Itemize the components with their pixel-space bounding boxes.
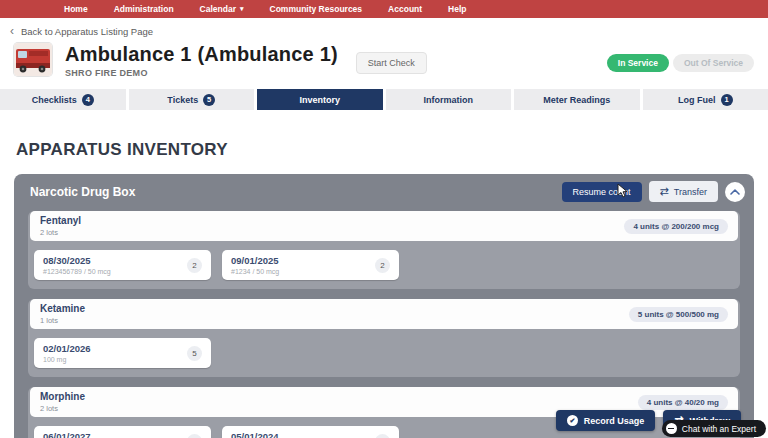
check-circle-icon: ✔: [567, 415, 578, 426]
tab-tickets[interactable]: Tickets 5: [129, 89, 255, 110]
top-nav-bar: Home Administration Calendar▾ Community …: [0, 0, 768, 18]
nav-item-home[interactable]: Home: [64, 4, 88, 14]
nav-item-community-resources[interactable]: Community Resources: [270, 4, 363, 14]
transfer-button[interactable]: ⇄ Transfer: [649, 181, 718, 202]
lot-count-badge: 5: [187, 346, 202, 361]
drug-units-badge: 4 units @ 200/200 mcg: [624, 219, 728, 234]
lot-card[interactable]: 08/30/2025 #123456789 / 50 mcg 2: [34, 250, 211, 280]
drug-name: Ketamine: [40, 303, 85, 314]
lot-card[interactable]: 06/01/2027 10 mg 1: [34, 426, 211, 438]
in-service-button[interactable]: In Service: [607, 54, 669, 72]
checklists-count-badge: 4: [82, 94, 94, 106]
agency-subtitle: SHRO FIRE DEMO: [65, 68, 338, 78]
lot-card[interactable]: 05/01/2024 10 mg 3: [222, 426, 399, 438]
section-heading: APPARATUS INVENTORY: [16, 140, 752, 160]
page-title: Ambulance 1 (Ambulance 1): [65, 43, 338, 66]
apparatus-thumbnail: [14, 43, 52, 76]
tab-checklists[interactable]: Checklists 4: [0, 89, 126, 110]
drug-lots-count: 2 lots: [40, 228, 81, 237]
drug-lots-count: 2 lots: [40, 404, 85, 413]
chat-icon: [666, 423, 677, 434]
start-check-button[interactable]: Start Check: [356, 52, 427, 74]
narcotic-drug-box-panel: Narcotic Drug Box Resume count ⇄ Transfe…: [14, 174, 754, 438]
drug-section-fentanyl: Fentanyl 2 lots 4 units @ 200/200 mcg 08…: [28, 211, 740, 289]
tab-bar: Checklists 4 Tickets 5 Inventory Informa…: [0, 89, 768, 110]
back-link-label: Back to Apparatus Listing Page: [21, 26, 153, 37]
apparatus-title-block: Ambulance 1 (Ambulance 1) SHRO FIRE DEMO: [65, 43, 338, 78]
back-link[interactable]: ‹ Back to Apparatus Listing Page: [0, 18, 768, 40]
collapse-panel-button[interactable]: [725, 182, 745, 202]
panel-actions: Resume count ⇄ Transfer: [562, 181, 745, 202]
tickets-count-badge: 5: [203, 94, 215, 106]
transfer-icon: ⇄: [660, 186, 669, 197]
resume-count-button[interactable]: Resume count: [562, 182, 642, 202]
tab-information[interactable]: Information: [386, 89, 512, 110]
nav-item-help[interactable]: Help: [448, 4, 466, 14]
nav-item-calendar[interactable]: Calendar▾: [200, 4, 244, 14]
chevron-down-icon: ▾: [240, 5, 244, 13]
lot-card[interactable]: 09/01/2025 #1234 / 50 mcg 2: [222, 250, 399, 280]
drug-name: Morphine: [40, 391, 85, 402]
drug-units-badge: 4 units @ 40/20 mg: [638, 395, 728, 410]
nav-item-administration[interactable]: Administration: [114, 4, 174, 14]
chevron-up-icon: [730, 189, 740, 195]
lot-card[interactable]: 02/01/2026 100 mg 5: [34, 338, 211, 368]
drug-lots-count: 1 lots: [40, 316, 85, 325]
nav-item-account[interactable]: Account: [388, 4, 422, 14]
lots-row: 02/01/2026 100 mg 5: [28, 331, 740, 377]
apparatus-header: Ambulance 1 (Ambulance 1) SHRO FIRE DEMO…: [0, 40, 768, 78]
out-of-service-button[interactable]: Out Of Service: [673, 54, 754, 72]
drug-header: Ketamine 1 lots 5 units @ 500/500 mg: [30, 299, 738, 329]
log-fuel-count-badge: 1: [721, 94, 733, 106]
drug-section-ketamine: Ketamine 1 lots 5 units @ 500/500 mg 02/…: [28, 299, 740, 377]
lot-count-badge: 3: [375, 434, 390, 438]
lot-count-badge: 2: [375, 258, 390, 273]
service-status-toggle: In Service Out Of Service: [607, 54, 754, 72]
tab-meter-readings[interactable]: Meter Readings: [514, 89, 640, 110]
lot-count-badge: 2: [187, 258, 202, 273]
lots-row: 08/30/2025 #123456789 / 50 mcg 2 09/01/2…: [28, 243, 740, 289]
drug-header: Fentanyl 2 lots 4 units @ 200/200 mcg: [30, 211, 738, 241]
tab-log-fuel[interactable]: Log Fuel 1: [643, 89, 768, 110]
panel-header: Narcotic Drug Box Resume count ⇄ Transfe…: [14, 174, 754, 209]
panel-title: Narcotic Drug Box: [30, 185, 135, 199]
lot-count-badge: 1: [187, 434, 202, 438]
tab-inventory[interactable]: Inventory: [257, 89, 383, 110]
chevron-left-icon: ‹: [10, 24, 14, 38]
drug-name: Fentanyl: [40, 215, 81, 226]
record-usage-button[interactable]: ✔ Record Usage: [556, 410, 656, 431]
chat-with-expert-button[interactable]: Chat with an Expert: [662, 420, 766, 437]
drug-units-badge: 5 units @ 500/500 mg: [629, 307, 728, 322]
